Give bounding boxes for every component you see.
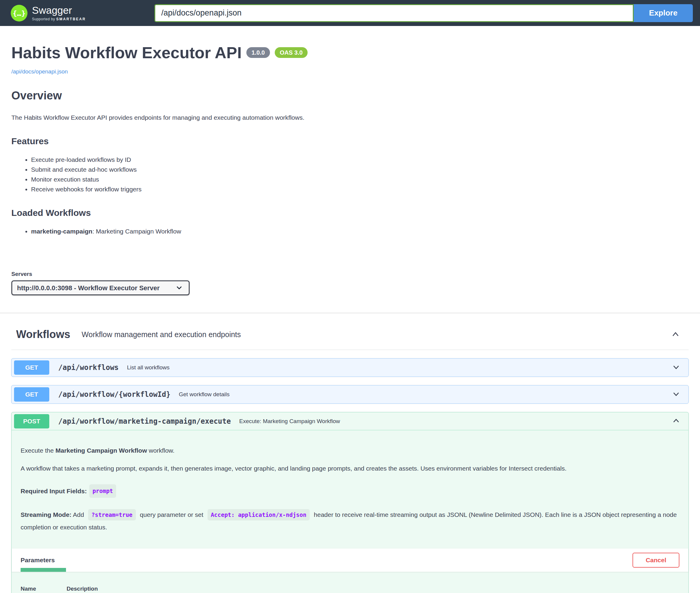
required-field-code: prompt <box>89 484 116 498</box>
topbar: {…} Swagger Supported by SMARTBEAR Explo… <box>0 0 700 26</box>
endpoint-summary: Execute: Marketing Campaign Workflow <box>239 418 340 425</box>
cancel-button[interactable]: Cancel <box>632 553 679 568</box>
loaded-workflows-heading: Loaded Workflows <box>11 208 689 218</box>
feature-item: Submit and execute ad-hoc workflows <box>31 166 689 173</box>
endpoint-summary: List all workflows <box>127 364 170 371</box>
opblock-summary[interactable]: GET /api/workflow/{workflowId} Get workf… <box>12 386 688 403</box>
servers-label: Servers <box>11 271 689 277</box>
workflow-id: marketing-campaign <box>31 228 92 235</box>
servers-select[interactable]: http://0.0.0.0:3098 - Workflow Executor … <box>11 280 190 295</box>
parameters-table-header: Name Description <box>21 586 679 593</box>
active-tab-underline <box>21 568 66 572</box>
parameters-header: Parameters Cancel <box>12 549 688 572</box>
features-heading: Features <box>11 136 689 146</box>
api-title-text: Habits Workflow Executor API <box>11 43 242 62</box>
explore-button[interactable]: Explore <box>634 4 693 22</box>
tag-title: Workflows <box>16 328 70 341</box>
brand-name: Swagger <box>32 5 86 15</box>
method-badge-get: GET <box>14 360 49 375</box>
streaming-text: query parameter or set <box>138 511 205 518</box>
operation-description: Execute the Marketing Campaign Workflow … <box>12 430 688 533</box>
swagger-logo-icon: {…} <box>11 5 28 22</box>
overview-heading: Overview <box>11 89 689 102</box>
smartbear-text: SMARTBEAR <box>56 17 86 21</box>
features-list: Execute pre-loaded workflows by ID Submi… <box>11 156 689 193</box>
opblock-summary[interactable]: GET /api/workflows List all workflows <box>12 359 688 377</box>
version-badge: 1.0.0 <box>246 47 270 58</box>
api-info-section: Habits Workflow Executor API 1.0.0 OAS 3… <box>11 43 689 235</box>
chevron-up-icon <box>671 329 680 339</box>
servers-section: Servers http://0.0.0.0:3098 - Workflow E… <box>11 271 689 295</box>
opblock-summary[interactable]: POST /api/workflow/marketing-campaign/ex… <box>12 412 688 430</box>
endpoint-summary: Get workflow details <box>179 391 230 398</box>
collapse-operation-button[interactable] <box>672 416 680 426</box>
expand-operation-button[interactable] <box>672 390 680 399</box>
svg-text:{…}: {…} <box>13 9 26 17</box>
chevron-down-icon <box>672 363 680 372</box>
parameters-table: Name Description stream boolean (query) … <box>12 572 688 593</box>
exec-post: workflow. <box>147 447 174 454</box>
streaming-text: Add <box>71 511 86 518</box>
workflow-desc: : Marketing Campaign Workflow <box>92 228 181 235</box>
column-header-description: Description <box>67 586 98 592</box>
required-fields-line: Required Input Fields: prompt <box>21 484 679 498</box>
expand-operation-button[interactable] <box>672 363 680 372</box>
spec-url-input[interactable] <box>154 4 634 22</box>
section-divider <box>0 313 700 313</box>
column-header-name: Name <box>21 586 67 592</box>
loaded-workflow-item: marketing-campaign: Marketing Campaign W… <box>31 228 689 235</box>
spec-link[interactable]: /api/docs/openapi.json <box>11 68 68 75</box>
exec-line: Execute the Marketing Campaign Workflow … <box>21 446 679 456</box>
supported-by-text: Supported by <box>32 17 55 21</box>
opblock-get-workflows: GET /api/workflows List all workflows <box>11 358 689 377</box>
stream-query-code: ?stream=true <box>88 509 135 520</box>
chevron-up-icon <box>672 416 680 425</box>
endpoint-path: /api/workflows <box>58 363 119 372</box>
swagger-logo: {…} Swagger Supported by SMARTBEAR <box>11 5 86 22</box>
opblock-get-workflow-details: GET /api/workflow/{workflowId} Get workf… <box>11 385 689 404</box>
required-fields-label: Required Input Fields: <box>21 486 87 496</box>
feature-item: Receive webhooks for workflow triggers <box>31 186 689 193</box>
exec-pre: Execute the <box>21 447 55 454</box>
collapse-section-button[interactable] <box>671 329 680 340</box>
method-badge-post: POST <box>14 414 49 429</box>
page-title: Habits Workflow Executor API 1.0.0 OAS 3… <box>11 43 689 62</box>
feature-item: Execute pre-loaded workflows by ID <box>31 156 689 163</box>
tag-subtitle: Workflow management and execution endpoi… <box>81 330 241 339</box>
workflow-long-description: A workflow that takes a marketing prompt… <box>21 464 679 473</box>
overview-text: The Habits Workflow Executor API provide… <box>11 114 689 121</box>
spec-url-bar: Explore <box>154 4 693 22</box>
chevron-down-icon <box>672 390 680 399</box>
streaming-mode-line: Streaming Mode: Add ?stream=true query p… <box>21 509 679 533</box>
method-badge-get: GET <box>14 387 49 402</box>
endpoint-path: /api/workflow/{workflowId} <box>58 390 170 399</box>
loaded-workflows-list: marketing-campaign: Marketing Campaign W… <box>11 228 689 235</box>
oas-badge: OAS 3.0 <box>275 47 308 58</box>
accept-header-code: Accept: application/x-ndjson <box>207 509 310 520</box>
exec-workflow-name: Marketing Campaign Workflow <box>55 447 147 454</box>
streaming-mode-label: Streaming Mode: <box>21 511 71 518</box>
brand-tagline: Supported by SMARTBEAR <box>32 17 86 21</box>
opblock-post-execute: POST /api/workflow/marketing-campaign/ex… <box>11 412 689 593</box>
endpoint-path: /api/workflow/marketing-campaign/execute <box>58 417 231 426</box>
tab-parameters[interactable]: Parameters <box>21 557 55 564</box>
workflows-tag-header[interactable]: Workflows Workflow management and execut… <box>11 328 689 350</box>
feature-item: Monitor execution status <box>31 175 689 183</box>
